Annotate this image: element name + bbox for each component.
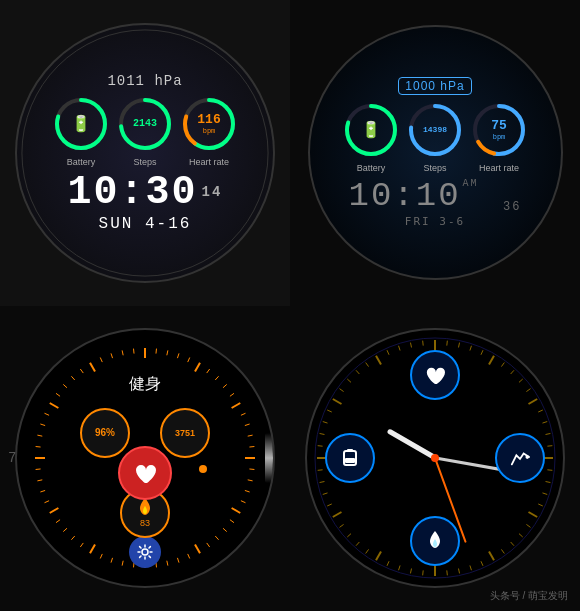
digital-date-2: FRI 3-6 — [405, 215, 465, 228]
svg-line-28 — [248, 435, 253, 436]
watch-face-2: 1000 hPa 🔋 — [308, 25, 563, 280]
marker-3 — [265, 433, 275, 483]
watch-cell-2: 1000 hPa 🔋 — [290, 0, 580, 306]
fire-value-3: 83 — [140, 518, 150, 528]
svg-line-62 — [37, 435, 42, 436]
svg-line-57 — [40, 491, 45, 493]
svg-line-26 — [241, 414, 246, 416]
fire-icon-4 — [410, 516, 460, 566]
svg-line-54 — [56, 520, 60, 523]
heartrate-value-1: 116 — [197, 113, 220, 127]
watch-face-3: 健身 96% 3751 — [15, 328, 275, 588]
svg-line-59 — [36, 469, 41, 470]
steps-value-2: 14398 — [423, 126, 447, 135]
svg-line-25 — [232, 403, 241, 408]
svg-line-38 — [215, 536, 218, 540]
battery-label-2: Battery — [342, 163, 400, 173]
heartrate-value-2: 75 — [491, 119, 507, 133]
heartrate-label-1: Heart rate — [180, 157, 238, 167]
number-7: 7 — [8, 450, 16, 466]
svg-line-50 — [90, 545, 95, 554]
svg-line-42 — [177, 558, 179, 563]
dot-indicator-3 — [199, 465, 207, 473]
digital-time-1: 10:3014 — [68, 173, 223, 213]
battery-gauge-2: 🔋 — [342, 101, 400, 159]
heart-icon-circle-3 — [118, 446, 172, 500]
digital-date-1: SUN 4-16 — [99, 215, 192, 233]
svg-line-31 — [249, 469, 254, 470]
svg-line-58 — [37, 480, 42, 481]
heartrate-gauge-1: 116 bpm — [180, 95, 238, 153]
svg-line-64 — [45, 414, 50, 416]
steps-value-1: 2143 — [133, 118, 157, 129]
svg-line-17 — [167, 351, 168, 356]
svg-line-47 — [122, 561, 123, 566]
svg-line-24 — [230, 394, 234, 397]
svg-line-19 — [188, 358, 190, 363]
svg-line-55 — [50, 508, 59, 513]
main-grid: 1011 hPa 🔋 — [0, 0, 580, 611]
battery-circle-3: 96% — [80, 408, 130, 458]
gauges-row-2: 🔋 14398 — [342, 101, 528, 159]
heartrate-unit-1: bpm — [203, 127, 216, 135]
svg-line-73 — [122, 351, 123, 356]
battery-label-1: Battery — [52, 157, 110, 167]
svg-line-69 — [80, 369, 83, 373]
svg-point-75 — [142, 549, 148, 555]
steps-gauge-1: 2143 — [116, 95, 174, 153]
steps-label-1: Steps — [116, 157, 174, 167]
watch-face-4 — [305, 328, 565, 588]
watch3-title: 健身 — [129, 374, 161, 395]
svg-line-49 — [100, 554, 102, 559]
branding: 头条号 / 萌宝发明 — [490, 589, 568, 603]
svg-line-33 — [245, 491, 250, 493]
svg-line-20 — [195, 363, 200, 372]
svg-line-18 — [177, 354, 179, 359]
gauges-row-1: 🔋 2143 — [52, 95, 238, 153]
svg-line-70 — [90, 363, 95, 372]
svg-line-71 — [100, 358, 102, 363]
heartrate-unit-2: bpm — [493, 133, 506, 141]
svg-line-74 — [134, 349, 135, 354]
watch3-inner: 健身 96% 3751 — [75, 374, 215, 543]
svg-line-48 — [111, 558, 113, 563]
watch-cell-1: 1011 hPa 🔋 — [0, 0, 290, 306]
steps-circle-3: 3751 — [160, 408, 210, 458]
svg-line-65 — [50, 403, 59, 408]
svg-line-53 — [63, 529, 67, 532]
battery-gauge-1: 🔋 — [52, 95, 110, 153]
heart-icon-4 — [410, 350, 460, 400]
watch-cell-3: 健身 96% 3751 — [0, 306, 290, 612]
svg-line-32 — [248, 480, 253, 481]
steps-value-3: 3751 — [175, 428, 195, 438]
svg-rect-140 — [345, 458, 355, 463]
heartrate-label-2: Heart rate — [470, 163, 528, 173]
svg-line-63 — [40, 424, 45, 426]
svg-line-35 — [232, 508, 241, 513]
center-dot-4 — [431, 454, 439, 462]
svg-line-23 — [223, 385, 227, 388]
svg-line-29 — [249, 447, 254, 448]
pressure-1: 1011 hPa — [107, 73, 182, 89]
battery-icon-4 — [325, 433, 375, 483]
svg-line-51 — [80, 543, 83, 547]
svg-line-21 — [207, 369, 210, 373]
svg-point-137 — [525, 456, 529, 460]
svg-line-66 — [56, 394, 60, 397]
svg-line-61 — [36, 447, 41, 448]
battery-value-3: 96% — [95, 427, 115, 438]
svg-line-37 — [223, 529, 227, 532]
svg-line-40 — [195, 545, 200, 554]
watch-cell-4: 头条号 / 萌宝发明 — [290, 306, 580, 612]
svg-line-34 — [241, 501, 246, 503]
svg-line-56 — [45, 501, 50, 503]
steps-gauge-2: 14398 — [406, 101, 464, 159]
svg-line-22 — [215, 377, 218, 381]
run-icon-4 — [495, 433, 545, 483]
svg-line-43 — [167, 561, 168, 566]
hour-hand-4 — [386, 429, 436, 461]
digital-time-2: 10:10AM 36 — [349, 179, 522, 213]
svg-line-41 — [188, 554, 190, 559]
svg-line-39 — [207, 543, 210, 547]
watch-face-1: 1011 hPa 🔋 — [15, 23, 275, 283]
